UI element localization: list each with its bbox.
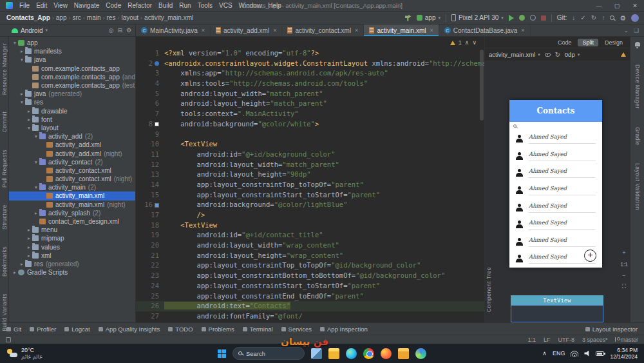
code-line-9[interactable]: 9 (136, 130, 484, 140)
tool-button-gradle[interactable]: Gradle (634, 127, 641, 146)
edge-icon[interactable] (346, 348, 357, 359)
toolwindow-todo[interactable]: TODO (168, 326, 193, 333)
tree-item-drawable[interactable]: ▸drawable (9, 107, 135, 115)
tool-button-build-variants[interactable]: Build Variants (1, 293, 8, 331)
status-utf-8[interactable]: UTF-8 (558, 337, 574, 343)
notifications-bell-icon[interactable] (635, 42, 640, 46)
close-tab-icon[interactable]: × (430, 27, 433, 34)
toolwindow-app-inspection[interactable]: App Inspection (320, 326, 368, 333)
wifi-icon[interactable] (571, 351, 578, 357)
close-tab-icon[interactable]: × (355, 27, 358, 34)
toolwindow-terminal[interactable]: Terminal (243, 326, 273, 333)
tree-item-activity-add-2[interactable]: ▾activity_add(2) (9, 132, 135, 141)
tree-item-java[interactable]: ▾java (9, 55, 135, 64)
code-line-1[interactable]: 1<?xml version="1.0" encoding="utf-8"?> (136, 48, 484, 59)
component-tree-tab[interactable]: Component Tree (486, 267, 492, 312)
toolwindow-app-quality-insights[interactable]: App Quality Insights (99, 326, 160, 333)
tree-item-gradle-scripts[interactable]: ▸Gradle Scripts (9, 268, 135, 277)
contact-list-item[interactable]: Ahmed Sayed (509, 199, 602, 216)
code-line-6[interactable]: 6 android:layout_height="match_parent" (136, 99, 484, 109)
tree-item-activity-add-xml-night[interactable]: activity_add.xml(night) (9, 149, 135, 157)
contact-list-item[interactable]: Ahmed Sayed (509, 130, 602, 148)
tab-mainactivity-java[interactable]: CMainActivity.java× (136, 25, 211, 36)
locate-file-icon[interactable]: ◎ (109, 27, 114, 34)
run-button[interactable] (509, 15, 514, 21)
menu-code[interactable]: Code (102, 2, 124, 9)
code-line-25[interactable]: 25 app:layout_constraintEnd_toEndOf="par… (136, 291, 484, 302)
tab-list-chevron-icon[interactable]: ⌄ (623, 27, 629, 34)
code-line-8[interactable]: 8 android:background="@color/white"> (136, 119, 484, 130)
tree-item-values[interactable]: ▸values (9, 243, 135, 251)
menu-file[interactable]: File (16, 2, 33, 9)
close-tab-icon[interactable]: × (273, 27, 276, 34)
toolwindow-services[interactable]: Services (281, 326, 312, 333)
tool-button-layout-validation[interactable]: Layout Validation (634, 163, 641, 210)
battery-icon[interactable] (596, 351, 604, 356)
code-line-10[interactable]: 10 <TextView (136, 139, 484, 150)
minimize-button[interactable]: — (590, 3, 608, 9)
tree-item-app[interactable]: ▾app (9, 39, 135, 47)
tree-item-contact-item-design-xml[interactable]: contact_item_design.xml (9, 217, 135, 226)
stop-button[interactable] (541, 15, 546, 21)
avatar[interactable] (631, 14, 639, 22)
mode-design-button[interactable]: Design (600, 39, 627, 46)
tree-item-menu[interactable]: ▸menu (9, 226, 135, 234)
code-line-12[interactable]: 12 android:layout_width="match_parent" (136, 160, 484, 170)
status-1-1[interactable]: 1:1 (527, 337, 536, 343)
tool-button-resource-manager[interactable]: Resource Manager (1, 43, 8, 95)
tool-button-bookmarks[interactable]: Bookmarks (1, 246, 8, 277)
project-view-selector[interactable]: Android (21, 27, 43, 34)
breadcrumb-layout[interactable]: layout (120, 14, 140, 21)
tree-item-activity-main-2[interactable]: ▾activity_main(2) (9, 183, 135, 191)
task-view-icon[interactable] (311, 348, 322, 359)
inspection-widget[interactable]: 1 ∧∨ (450, 39, 477, 46)
tree-item-activity-splash-2[interactable]: ▸activity_splash(2) (9, 209, 135, 217)
tree-item-com-example-contacts-app-test[interactable]: com.example.contacts_app(test) (9, 81, 135, 90)
tree-item-activity-main-xml[interactable]: activity_main.xml (9, 191, 135, 200)
maximize-button[interactable]: ▢ (608, 3, 626, 9)
tree-item-com-example-contacts-app[interactable]: com.example.contacts_app (9, 64, 135, 73)
toolwindow-git[interactable]: Git (6, 326, 21, 333)
code-line-27[interactable]: 27 android:fontFamily="@font/ (136, 311, 484, 322)
design-surface[interactable]: Contacts Ahmed SayedAhmed SayedAhmed Say… (485, 61, 630, 322)
taskbar-search[interactable]: Search (232, 347, 305, 360)
hidden-icons-chevron[interactable]: ∧ (542, 350, 547, 357)
code-line-17[interactable]: 17 /> (136, 210, 484, 221)
code-line-2[interactable]: 2<androidx.constraintlayout.widget.Const… (136, 59, 484, 69)
contact-list-item[interactable]: Ahmed Sayed (509, 182, 602, 199)
code-line-16[interactable]: 16 android:background="@color/lightBlue" (136, 200, 484, 210)
collapse-all-icon[interactable]: ⊟ (117, 27, 122, 34)
tree-item-layout[interactable]: ▾layout (9, 124, 135, 132)
blueprint-preview[interactable]: TextView (511, 295, 603, 322)
build-hammer-icon[interactable] (405, 15, 412, 21)
menu-vcs[interactable]: VCS (216, 2, 236, 9)
menu-build[interactable]: Build (155, 2, 176, 9)
zoom-actual-icon[interactable]: 1:1 (620, 261, 628, 268)
tree-item-res[interactable]: ▾res (9, 98, 135, 106)
design-preview-phone[interactable]: Contacts Ahmed SayedAhmed SayedAhmed Say… (509, 100, 602, 268)
contact-list-item[interactable]: Ahmed Sayed (509, 164, 602, 182)
close-button[interactable]: ✕ (626, 3, 644, 9)
code-line-24[interactable]: 24 app:layout_constraintStart_toStartOf=… (136, 281, 484, 291)
tool-button-commit[interactable]: Commit (1, 112, 8, 132)
zoom-out-icon[interactable]: − (623, 272, 626, 279)
orientation-icon[interactable]: ↻ (555, 51, 560, 58)
contact-list-item[interactable]: Ahmed Sayed (509, 233, 602, 251)
zoom-fit-icon[interactable]: ⛶ (622, 283, 626, 290)
tree-item-java-generated[interactable]: ▸java(generated) (9, 90, 135, 98)
code-line-7[interactable]: 7 tools:context=".MainActivity" (136, 109, 484, 119)
tree-item-activity-contact-2[interactable]: ▾activity_contact(2) (9, 158, 135, 166)
profiler-button[interactable] (530, 15, 536, 21)
tab-activity-contact-xml[interactable]: activity_contact.xml× (282, 25, 364, 36)
tab-activity-main-xml[interactable]: activity_main.xml× (364, 25, 439, 36)
tree-item-manifests[interactable]: ▸manifests (9, 47, 135, 55)
menu-edit[interactable]: Edit (33, 2, 50, 9)
code-line-21[interactable]: 21 android:layout_height="wrap_content" (136, 251, 484, 261)
code-line-19[interactable]: 19 android:id="@+id/contact_title" (136, 230, 484, 240)
tree-item-activity-contact-xml[interactable]: activity_contact.xml (9, 166, 135, 175)
code-line-18[interactable]: 18 <TextView (136, 221, 484, 231)
breadcrumb-contacts-app[interactable]: Contacts_App (5, 14, 52, 21)
status-lf[interactable]: LF (544, 337, 551, 343)
start-button[interactable] (218, 349, 226, 358)
close-tab-icon[interactable]: × (202, 27, 205, 34)
